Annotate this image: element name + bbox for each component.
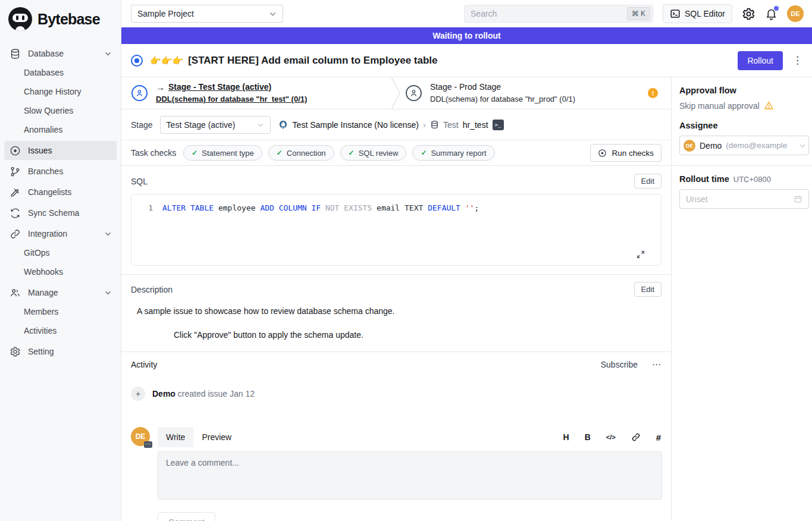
sidebar-item-branches[interactable]: Branches xyxy=(0,162,121,181)
rollout-button[interactable]: Rollout xyxy=(738,51,783,70)
settings-gear-icon[interactable] xyxy=(742,7,755,21)
issue-detail: → Stage - Test Stage (active) DDL(schema… xyxy=(121,77,671,521)
divider xyxy=(672,165,812,166)
status-banner: Waiting to rollout xyxy=(121,27,812,44)
sidebar-item-webhooks[interactable]: Webhooks xyxy=(0,262,121,281)
assignee-name: Demo xyxy=(700,141,722,150)
stage-card-prod[interactable]: Stage - Prod Stage DDL(schema) for datab… xyxy=(403,77,671,109)
sidebar-item-activities[interactable]: Activities xyxy=(0,321,121,340)
users-icon xyxy=(10,287,21,299)
check-icon: ✓ xyxy=(277,149,283,157)
calendar-icon xyxy=(794,194,802,203)
sidebar-item-anomalies[interactable]: Anomalies xyxy=(0,120,121,139)
tab-preview[interactable]: Preview xyxy=(193,427,240,447)
project-select[interactable]: Sample Project xyxy=(131,5,283,23)
check-pill-statement-type[interactable]: ✓ Statement type xyxy=(183,145,262,161)
gear-icon xyxy=(10,346,21,357)
activity-author: Demo xyxy=(152,389,175,398)
issue-title: [START HERE] Add email column to Employe… xyxy=(188,55,437,67)
notification-dot xyxy=(774,6,779,11)
check-pill-summary-report[interactable]: ✓ Summary report xyxy=(412,145,494,161)
assignee-select[interactable]: DE Demo (demo@example xyxy=(679,136,809,155)
bytebase-logo[interactable]: Bytebase xyxy=(0,0,121,39)
sidebar-item-databases[interactable]: Databases xyxy=(0,63,121,82)
kebab-menu-icon[interactable]: ⋮ xyxy=(792,55,802,65)
rollout-time-input[interactable] xyxy=(686,194,794,204)
topbar: Sample Project ⌘ K SQL Editor xyxy=(121,0,812,27)
sidebar-item-change-history[interactable]: Change History xyxy=(0,82,121,101)
description-edit-button[interactable]: Edit xyxy=(634,282,661,297)
sidebar: Bytebase Database Databases Change Histo… xyxy=(0,0,121,521)
stage-separator xyxy=(390,77,403,109)
sidebar-item-issues[interactable]: Issues xyxy=(4,141,117,160)
code-format-icon[interactable]: </> xyxy=(606,434,616,441)
brand-name: Bytebase xyxy=(37,11,100,28)
rollout-time-picker[interactable] xyxy=(679,189,809,209)
environment-name: Test xyxy=(443,120,459,130)
issue-header: 👉👉👉 [START HERE] Add email column to Emp… xyxy=(121,44,812,77)
assignee-email: (demo@example xyxy=(726,141,787,150)
sql-code-line: 1 ALTER TABLE employee ADD COLUMN IF NOT… xyxy=(131,203,661,212)
sidebar-item-setting[interactable]: Setting xyxy=(0,342,121,361)
hash-format-icon[interactable]: # xyxy=(656,432,661,442)
open-sql-editor-icon[interactable]: >_ xyxy=(493,120,504,130)
user-avatar[interactable]: DE xyxy=(787,5,804,22)
sidebar-item-manage[interactable]: Manage xyxy=(0,283,121,302)
search-input[interactable] xyxy=(464,5,653,23)
sidebar-item-integration[interactable]: Integration xyxy=(0,224,121,243)
run-checks-button[interactable]: Run checks xyxy=(590,144,661,162)
sidebar-item-members[interactable]: Members xyxy=(0,302,121,321)
rollout-time-label: Rollout time xyxy=(679,174,729,184)
comment-button[interactable]: Comment xyxy=(158,512,215,521)
warning-circle-icon: ! xyxy=(648,88,658,98)
sidebar-item-gitops[interactable]: GitOps xyxy=(0,243,121,262)
bold-format-icon[interactable]: B xyxy=(585,432,591,442)
tab-write[interactable]: Write xyxy=(158,427,193,447)
assignee-label: Assignee xyxy=(679,121,809,130)
comment-avatar: DE ··· xyxy=(131,427,150,446)
run-checks-icon xyxy=(598,149,607,158)
notifications-bell-icon[interactable] xyxy=(765,8,777,20)
issue-sidebar: Approval flow Skip manual approval Assig… xyxy=(671,77,812,521)
app-window: Bytebase Database Databases Change Histo… xyxy=(0,0,812,521)
activity-menu-icon[interactable]: ⋯ xyxy=(652,359,661,370)
line-number: 1 xyxy=(131,203,153,212)
instance-name[interactable]: Test Sample Instance (No license) xyxy=(293,120,419,130)
branch-icon xyxy=(10,166,21,177)
sidebar-item-changelists[interactable]: Changelists xyxy=(0,183,121,202)
stage-card-test[interactable]: → Stage - Test Stage (active) DDL(schema… xyxy=(121,77,390,109)
activity-item: + Demo created issue Jan 12 xyxy=(131,387,661,401)
activity-section: Activity Subscribe ⋯ + Demo created issu… xyxy=(121,351,671,521)
stage-subtitle: DDL(schema) for database "hr_test" (0/1) xyxy=(156,95,307,103)
check-icon: ✓ xyxy=(349,149,355,157)
stage-strip: → Stage - Test Stage (active) DDL(schema… xyxy=(121,77,671,109)
link-format-icon[interactable] xyxy=(631,432,641,442)
sidebar-nav: Database Databases Change History Slow Q… xyxy=(0,39,121,361)
check-icon: ✓ xyxy=(421,149,427,157)
expand-icon[interactable] xyxy=(636,250,645,259)
comment-editor-tabs: Write Preview H B </> # xyxy=(158,427,662,447)
sql-editor[interactable]: 1 ALTER TABLE employee ADD COLUMN IF NOT… xyxy=(131,194,661,266)
database-name[interactable]: hr_test xyxy=(463,120,488,130)
topbar-right: ⌘ K SQL Editor DE xyxy=(464,4,804,23)
chevron-right-icon: › xyxy=(423,120,426,130)
heading-format-icon[interactable]: H xyxy=(563,432,569,442)
stage-select[interactable]: Test Stage (active) xyxy=(160,116,271,134)
check-pill-connection[interactable]: ✓ Connection xyxy=(268,145,334,161)
subscribe-link[interactable]: Subscribe xyxy=(601,360,638,369)
main-column: Sample Project ⌘ K SQL Editor xyxy=(121,0,812,521)
stage-person-icon xyxy=(131,85,148,101)
sql-edit-button[interactable]: Edit xyxy=(634,174,661,189)
sidebar-item-database[interactable]: Database xyxy=(0,44,121,63)
pointing-emoji: 👉👉👉 xyxy=(150,55,183,66)
sql-editor-button[interactable]: SQL Editor xyxy=(663,4,732,23)
comment-textarea[interactable] xyxy=(158,451,662,500)
project-select-value: Sample Project xyxy=(137,9,194,18)
issue-icon xyxy=(10,145,21,156)
stage-label: Stage xyxy=(131,120,153,130)
stage-title: Stage - Prod Stage xyxy=(430,82,501,92)
sidebar-item-slow-queries[interactable]: Slow Queries xyxy=(0,101,121,120)
search-box: ⌘ K xyxy=(464,5,653,23)
sidebar-item-sync-schema[interactable]: Sync Schema xyxy=(0,203,121,222)
check-pill-sql-review[interactable]: ✓ SQL review xyxy=(340,145,407,161)
